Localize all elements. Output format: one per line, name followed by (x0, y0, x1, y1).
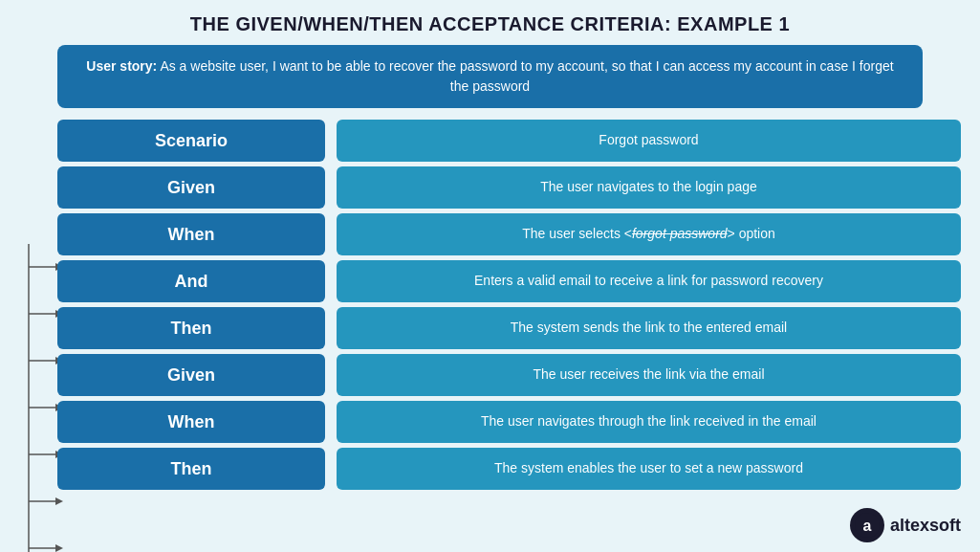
svg-text:a: a (863, 518, 872, 534)
right-col-then1: The system sends the link to the entered… (337, 307, 961, 349)
left-col-given1: Given (57, 166, 325, 209)
left-col-scenario: Scenario (57, 120, 325, 162)
value-when2: The user navigates through the link rece… (337, 401, 961, 443)
left-col-given2: Given (57, 354, 325, 396)
table-row: And Enters a valid email to receive a li… (57, 260, 961, 302)
table-row: When The user selects <forgot password> … (57, 213, 961, 255)
table-row: Given The user navigates to the login pa… (57, 166, 961, 209)
left-col-then1: Then (57, 307, 325, 349)
value-then2: The system enables the user to set a new… (337, 448, 961, 490)
user-story-text: As a website user, I want to be able to … (160, 58, 893, 94)
right-col-when1: The user selects <forgot password> optio… (337, 213, 961, 255)
criteria-table: Scenario Forgot password Given The user … (57, 120, 961, 490)
user-story-label: User story: (86, 58, 157, 74)
label-given2: Given (57, 354, 325, 396)
right-col-when2: The user navigates through the link rece… (337, 401, 961, 443)
altexsoft-logo-svg: a (854, 512, 881, 539)
label-and: And (57, 260, 325, 302)
table-row: When The user navigates through the link… (57, 401, 961, 443)
label-scenario: Scenario (57, 120, 325, 162)
svg-marker-12 (55, 497, 63, 505)
value-then1: The system sends the link to the entered… (337, 307, 961, 349)
table-row: Scenario Forgot password (57, 120, 961, 162)
label-then2: Then (57, 448, 325, 490)
left-col-then2: Then (57, 448, 325, 490)
label-when2: When (57, 401, 325, 443)
svg-marker-14 (55, 544, 63, 552)
label-given1: Given (57, 166, 325, 209)
right-col-then2: The system enables the user to set a new… (337, 448, 961, 490)
table-row: Then The system enables the user to set … (57, 448, 961, 490)
main-title: THE GIVEN/WHEN/THEN ACCEPTANCE CRITERIA:… (0, 0, 980, 45)
right-col-given1: The user navigates to the login page (337, 166, 961, 209)
right-col-given2: The user receives the link via the email (337, 354, 961, 396)
table-row: Given The user receives the link via the… (57, 354, 961, 396)
logo-area: a altexsoft (850, 508, 961, 542)
left-col-and: And (57, 260, 325, 302)
logo-icon: a (850, 508, 884, 542)
table-row: Then The system sends the link to the en… (57, 307, 961, 349)
left-col-when1: When (57, 213, 325, 255)
left-col-when2: When (57, 401, 325, 443)
value-given2: The user receives the link via the email (337, 354, 961, 396)
label-when1: When (57, 213, 325, 255)
value-scenario: Forgot password (337, 120, 961, 162)
right-col-scenario: Forgot password (337, 120, 961, 162)
value-when1: The user selects <forgot password> optio… (337, 213, 961, 255)
logo-text: altexsoft (890, 516, 961, 536)
label-then1: Then (57, 307, 325, 349)
user-story-box: User story: As a website user, I want to… (57, 45, 923, 108)
value-given1: The user navigates to the login page (337, 166, 961, 209)
right-col-and: Enters a valid email to receive a link f… (337, 260, 961, 302)
value-and: Enters a valid email to receive a link f… (337, 260, 961, 302)
